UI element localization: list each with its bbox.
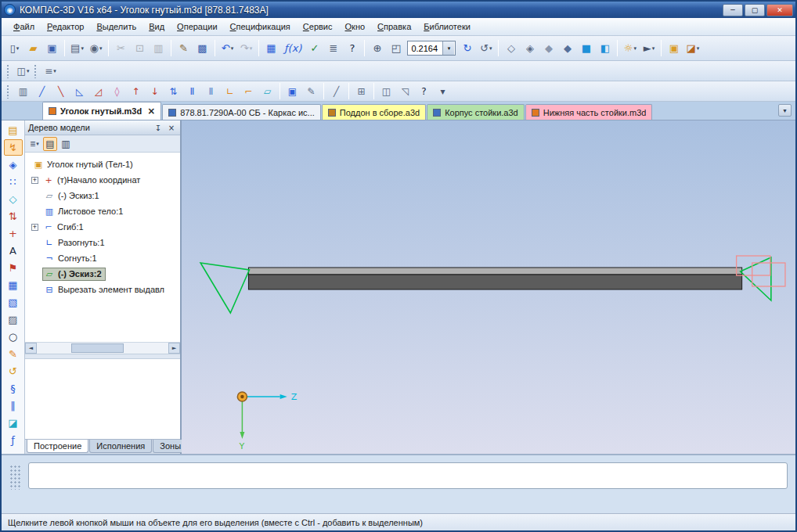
panel-pencil-icon[interactable]: ✎ xyxy=(4,346,23,362)
tree-entry[interactable]: ▣Уголок гнутый (Тел-1) xyxy=(31,158,137,171)
new-document-button[interactable]: ▯▾ xyxy=(5,39,23,57)
panel-filters-icon[interactable]: ▦ xyxy=(4,277,23,293)
menu-item-4[interactable]: Операции xyxy=(171,20,222,34)
panel-circle-icon[interactable]: ○ xyxy=(4,329,23,345)
menu-item-0[interactable]: Файл xyxy=(8,20,40,34)
layers-button[interactable]: ≡▾ xyxy=(41,62,60,80)
open-button[interactable]: ▰ xyxy=(24,39,42,57)
orientation-front-button[interactable]: ◇ xyxy=(502,39,520,57)
panel-edit-part-icon[interactable]: ↯ xyxy=(4,139,23,156)
tree-entry[interactable]: ▥Листовое тело:1 xyxy=(42,205,127,218)
component-button[interactable]: ▣ xyxy=(665,39,683,57)
paste-object-button[interactable]: ▥ xyxy=(14,82,32,100)
tree-display-button[interactable]: ≡ ▾ xyxy=(27,137,41,151)
expander-icon[interactable]: + xyxy=(31,177,38,184)
property-bar-grip[interactable] xyxy=(9,465,22,490)
fullscreen-button[interactable]: ◹ xyxy=(396,82,414,100)
toolbar-options-button[interactable]: ▾ xyxy=(434,82,452,100)
panel-arrays-icon[interactable]: ⇅ xyxy=(4,208,23,225)
object-help-button[interactable]: ? xyxy=(343,39,361,57)
tree-item-sheet-body[interactable]: ▥Листовое тело:1 xyxy=(25,203,180,219)
display-hidden-lines-button[interactable]: ◆ xyxy=(558,39,576,57)
property-bar-field[interactable] xyxy=(28,462,788,489)
tree-entry[interactable]: +(т)Начало координат xyxy=(41,174,144,187)
expander-icon[interactable]: + xyxy=(31,224,38,231)
reference-button[interactable]: ≣ xyxy=(324,39,342,57)
panel-function-icon[interactable]: ƒ xyxy=(4,432,23,448)
menu-item-9[interactable]: Библиотеки xyxy=(418,20,476,34)
tree-entry[interactable]: ⌐Сгиб:1 xyxy=(41,221,88,234)
rotate-button[interactable]: ↺▾ xyxy=(477,39,495,57)
simplifications-button-dropdown-icon[interactable]: ▾ xyxy=(633,45,637,52)
tree-entry[interactable]: ¬Согнуть:1 xyxy=(42,252,101,265)
menu-item-5[interactable]: Спецификация xyxy=(225,20,296,34)
menu-item-6[interactable]: Сервис xyxy=(298,20,338,34)
tab-overflow-button[interactable]: ▼ xyxy=(778,104,792,117)
tree-item-fold[interactable]: ¬Согнуть:1 xyxy=(25,250,180,266)
sheet-metal-part[interactable] xyxy=(248,268,741,289)
menu-item-2[interactable]: Выделить xyxy=(91,20,142,34)
maximize-button[interactable]: ▢ xyxy=(745,4,765,16)
current-scale-combo[interactable]: ▾ xyxy=(407,41,456,56)
toolbar-grip[interactable] xyxy=(6,84,10,99)
document-tab-3[interactable]: Корпус стойки.a3d xyxy=(427,104,525,120)
load-application-button[interactable]: ◪▾ xyxy=(683,39,701,57)
menu-item-8[interactable]: Справка xyxy=(372,20,417,34)
selection-filter-button-dropdown-icon[interactable]: ▾ xyxy=(652,45,655,52)
minimize-button[interactable]: ─ xyxy=(723,4,743,16)
corner-left-button[interactable]: ∟ xyxy=(221,82,239,100)
arrow-up-button[interactable]: ↑ xyxy=(127,82,145,100)
tree-entry[interactable]: ∟Разогнуть:1 xyxy=(42,236,109,250)
sheet-face-button[interactable]: ▱ xyxy=(258,82,276,100)
tree-item-part[interactable]: ▣Уголок гнутый (Тел-1) xyxy=(25,156,180,172)
display-wireframe-button[interactable]: ◆ xyxy=(539,39,557,57)
redo-button-dropdown-icon[interactable]: ▾ xyxy=(250,45,253,52)
display-shaded-edges-button[interactable]: ◧ xyxy=(596,39,614,57)
undo-button[interactable]: ↶▾ xyxy=(218,39,236,57)
print-preview-button-dropdown-icon[interactable]: ▾ xyxy=(99,45,103,52)
scroll-right-icon[interactable]: ► xyxy=(168,343,180,354)
scrollbar-track[interactable] xyxy=(37,343,168,354)
document-tab-4[interactable]: Нижняя часть стойки.m3d xyxy=(525,104,653,120)
tree-item-bend[interactable]: +⌐Сгиб:1 xyxy=(25,219,180,235)
tab-construction[interactable]: Построение xyxy=(27,440,88,453)
panel-spring-icon[interactable]: § xyxy=(4,380,23,397)
rotate-button-dropdown-icon[interactable]: ▾ xyxy=(489,45,492,52)
orientation-list-button[interactable]: ◫▾ xyxy=(14,62,32,80)
panel-curves-icon[interactable]: ◈ xyxy=(4,156,23,173)
save-button[interactable]: ▣ xyxy=(43,39,61,57)
orientation-list-button-dropdown-icon[interactable]: ▾ xyxy=(27,68,30,74)
layers-button-dropdown-icon[interactable]: ▾ xyxy=(53,68,56,74)
panel-surfaces-icon[interactable]: ◇ xyxy=(4,191,23,207)
zoom-frame-button[interactable]: ◰ xyxy=(387,39,405,57)
toolbar-grip[interactable] xyxy=(34,64,38,78)
pin-icon[interactable]: ↧ xyxy=(153,122,164,133)
variables-button[interactable]: ƒ(x) xyxy=(281,39,305,57)
panel-spiral-icon[interactable]: ↺ xyxy=(4,363,23,379)
menu-item-1[interactable]: Редактор xyxy=(41,20,89,34)
tab-close-icon[interactable]: × xyxy=(147,106,155,117)
panel-model-icon[interactable]: ▤ xyxy=(4,122,23,138)
close-button[interactable]: ✕ xyxy=(766,4,793,16)
selection-filter-button[interactable]: ►▾ xyxy=(640,39,658,57)
refresh-image-button[interactable]: ↻ xyxy=(458,39,476,57)
tree-item-origin[interactable]: ++(т)Начало координат xyxy=(25,172,180,188)
tree-horizontal-scrollbar[interactable]: ◄ ► xyxy=(25,342,180,354)
section-line-button[interactable]: ╱ xyxy=(327,82,345,100)
contour-right-button[interactable]: ◿ xyxy=(89,82,107,100)
simplifications-button[interactable]: ☼▾ xyxy=(621,39,639,57)
toolbar-grip[interactable] xyxy=(6,64,10,78)
zoom-in-button[interactable]: ⊕ xyxy=(368,39,386,57)
tree-item-sketch2[interactable]: ▱(-) Эскиз:2 xyxy=(25,266,180,282)
beam-left-button[interactable]: Ⅱ xyxy=(183,82,201,100)
tree-close-icon[interactable]: × xyxy=(166,122,177,133)
undo-button-dropdown-icon[interactable]: ▾ xyxy=(231,45,234,52)
panel-reports-icon[interactable]: ▨ xyxy=(4,311,23,328)
panel-sheet-metal-icon[interactable]: ◪ xyxy=(4,415,23,431)
tree-layout-structure-button[interactable]: ▤ xyxy=(43,137,57,151)
edit-sheet-button[interactable]: ✎ xyxy=(302,82,320,100)
scrollbar-thumb[interactable] xyxy=(71,343,124,353)
mark-button[interactable]: ▩ xyxy=(193,39,211,57)
tree-item-sketch1[interactable]: ▱(-) Эскиз:1 xyxy=(25,188,180,203)
document-tab-1[interactable]: 878.81.7290А-00 СБ - Каркас ис... xyxy=(162,104,321,120)
